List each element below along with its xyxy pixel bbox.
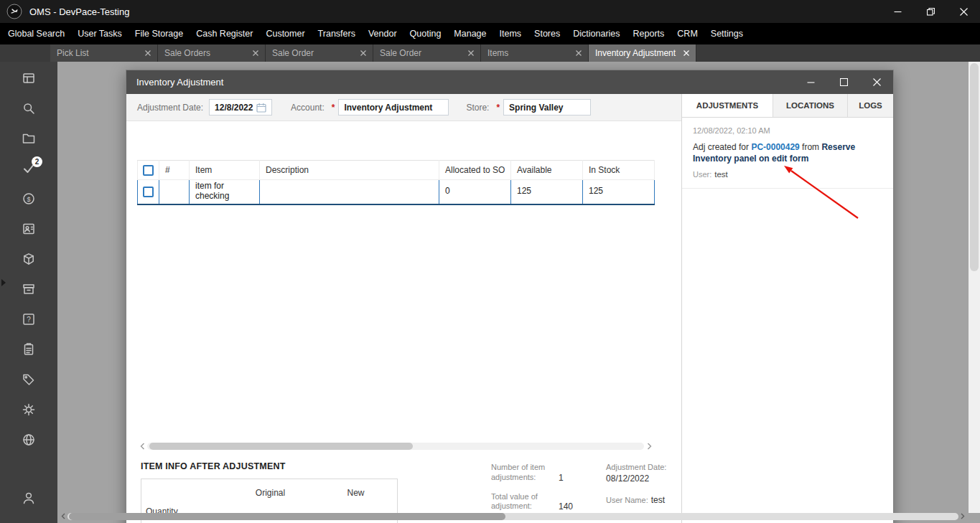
- dialog-maximize-button[interactable]: [827, 70, 860, 94]
- tab-close-icon[interactable]: [360, 50, 366, 56]
- scroll-left-icon[interactable]: [59, 513, 67, 519]
- adjustment-reference-link[interactable]: PC-0000429: [751, 142, 799, 152]
- select-all-checkbox[interactable]: [143, 165, 154, 176]
- log-message: Adj created for PC-0000429 from Reserve …: [693, 141, 882, 164]
- menubar: Global Search User Tasks File Storage Ca…: [0, 23, 980, 44]
- menu-reports[interactable]: Reports: [627, 23, 671, 44]
- tab-locations[interactable]: LOCATIONS: [773, 94, 848, 117]
- menu-customer[interactable]: Customer: [259, 23, 311, 44]
- grid-horizontal-scrollbar[interactable]: [137, 440, 654, 453]
- contact-card-icon: [22, 222, 36, 236]
- dashboard-icon: [22, 71, 36, 85]
- document-tabstrip: Pick List Sale Orders Sale Order Sale Or…: [0, 44, 980, 62]
- adjustment-date-field[interactable]: 12/8/2022: [209, 99, 272, 116]
- scrollbar-thumb[interactable]: [69, 513, 505, 520]
- dialog-minimize-button[interactable]: [794, 70, 827, 94]
- sidebar-item-settings[interactable]: [0, 395, 57, 425]
- scrollbar-thumb[interactable]: [970, 63, 979, 271]
- sidebar-item-user[interactable]: [0, 483, 57, 513]
- sidebar-item-store[interactable]: [0, 274, 57, 304]
- tab-inventory-adjustment[interactable]: Inventory Adjustment: [589, 44, 696, 62]
- column-header-allocated: Allocated to SO: [439, 161, 511, 180]
- sidebar-item-folders[interactable]: [0, 123, 57, 154]
- form-bar: Adjustment Date: 12/8/2022 Account: * In…: [126, 94, 681, 121]
- tab-close-icon[interactable]: [468, 50, 474, 56]
- sidebar-item-web[interactable]: [0, 425, 57, 455]
- sidebar-item-search[interactable]: [0, 93, 57, 123]
- menu-manage[interactable]: Manage: [447, 23, 493, 44]
- log-timestamp: 12/08/2022, 02:10 AM: [693, 126, 882, 135]
- search-icon: [22, 101, 36, 116]
- window-close-button[interactable]: [947, 0, 980, 23]
- row-checkbox[interactable]: [143, 187, 154, 197]
- tab-sale-order-1[interactable]: Sale Order: [266, 44, 373, 62]
- tab-sale-orders[interactable]: Sale Orders: [158, 44, 266, 62]
- menu-vendor[interactable]: Vendor: [362, 23, 403, 44]
- total-value-stat: Total value of adjustment: 140: [491, 492, 573, 512]
- workspace-vertical-scrollbar[interactable]: [969, 62, 980, 513]
- scrollbar-thumb[interactable]: [149, 443, 413, 450]
- log-entry: 12/08/2022, 02:10 AM Adj created for PC-…: [682, 118, 893, 189]
- calendar-icon[interactable]: [256, 103, 266, 113]
- tab-close-icon[interactable]: [253, 50, 258, 56]
- archive-icon: [22, 282, 36, 296]
- menu-user-tasks[interactable]: User Tasks: [71, 23, 129, 44]
- item-info-title: ITEM INFO AFTER ADJUSTMENT: [141, 461, 399, 471]
- tab-items[interactable]: Items: [481, 44, 589, 62]
- store-field[interactable]: Spring Valley: [503, 99, 591, 116]
- menu-dictionaries[interactable]: Dictionaries: [566, 23, 626, 44]
- dialog-titlebar[interactable]: Inventory Adjustment: [126, 70, 893, 94]
- cell-in-stock: 125: [583, 180, 655, 204]
- menu-items[interactable]: Items: [493, 23, 528, 44]
- gear-icon: [22, 402, 36, 417]
- adjustment-form-pane: Adjustment Date: 12/8/2022 Account: * In…: [126, 94, 681, 523]
- dollar-icon: $: [22, 192, 36, 206]
- side-panel-tabs: ADJUSTMENTS LOCATIONS LOGS: [682, 94, 893, 118]
- scroll-left-icon[interactable]: [137, 443, 147, 450]
- tab-sale-order-2[interactable]: Sale Order: [373, 44, 481, 62]
- sidebar-item-finance[interactable]: $: [0, 184, 57, 214]
- tab-adjustments[interactable]: ADJUSTMENTS: [682, 94, 773, 117]
- scroll-right-icon[interactable]: [958, 513, 967, 519]
- user-icon: [22, 491, 36, 505]
- sidebar-item-tags[interactable]: [0, 364, 57, 395]
- tag-icon: [22, 372, 36, 387]
- cell-item: item for checking: [190, 180, 260, 204]
- window-restore-button[interactable]: [914, 0, 947, 23]
- package-icon: [22, 252, 36, 266]
- menu-stores[interactable]: Stores: [528, 23, 566, 44]
- globe-icon: [22, 433, 36, 447]
- sidebar-expander-icon[interactable]: [1, 277, 6, 290]
- tab-logs[interactable]: LOGS: [848, 94, 893, 117]
- sidebar-item-tasks[interactable]: 2: [0, 154, 57, 184]
- sidebar-item-support[interactable]: ?: [0, 304, 57, 334]
- folder-icon: [22, 131, 36, 146]
- workspace-horizontal-scrollbar[interactable]: [59, 512, 967, 520]
- tab-pick-list[interactable]: Pick List: [50, 44, 158, 62]
- grid-row[interactable]: item for checking 0 125 125: [138, 180, 655, 204]
- sidebar-item-contacts[interactable]: [0, 214, 57, 244]
- sidebar-item-dashboard[interactable]: [0, 63, 57, 93]
- sidebar-item-clipboard[interactable]: [0, 334, 57, 364]
- tab-close-icon[interactable]: [576, 50, 582, 56]
- menu-transfers[interactable]: Transfers: [312, 23, 362, 44]
- menu-cash-register[interactable]: Cash Register: [190, 23, 259, 44]
- log-user: User:test: [693, 170, 882, 179]
- dialog-close-button[interactable]: [860, 70, 893, 94]
- column-header-in-stock: In Stock: [583, 161, 655, 180]
- tab-close-icon[interactable]: [145, 50, 151, 56]
- sidebar-item-inventory[interactable]: [0, 244, 57, 274]
- menu-settings[interactable]: Settings: [704, 23, 750, 44]
- menu-global-search[interactable]: Global Search: [1, 23, 71, 44]
- scroll-right-icon[interactable]: [644, 443, 654, 450]
- window-title: OMS - DevPace-Testing: [29, 6, 881, 17]
- menu-crm[interactable]: CRM: [671, 23, 704, 44]
- required-asterisk: *: [496, 103, 500, 113]
- window-minimize-button[interactable]: [881, 0, 914, 23]
- tab-close-icon[interactable]: [683, 50, 689, 56]
- account-field[interactable]: Inventory Adjustment: [338, 99, 449, 116]
- menu-quoting[interactable]: Quoting: [403, 23, 448, 44]
- menu-file-storage[interactable]: File Storage: [129, 23, 190, 44]
- app-logo-icon: [6, 4, 22, 19]
- cell-available: 125: [511, 180, 583, 204]
